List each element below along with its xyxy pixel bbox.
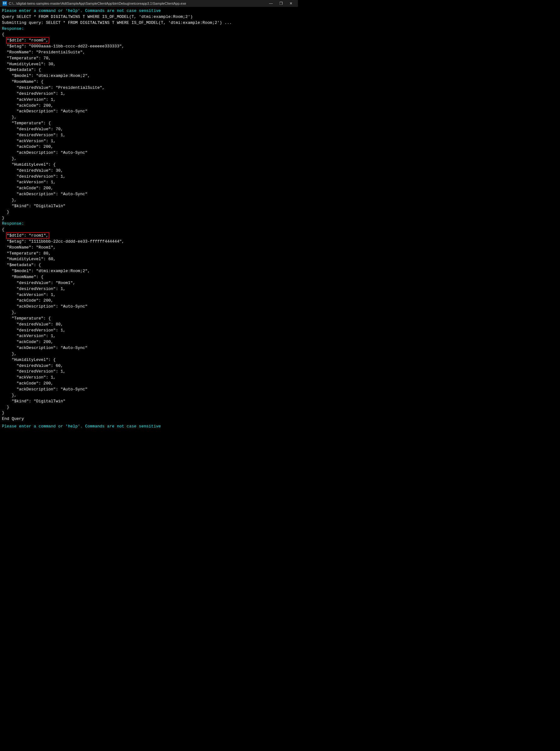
response2-label: Response: — [2, 221, 296, 227]
response1-label: Response: — [2, 26, 296, 32]
r2-hum-open: "HumidityLevel": { — [2, 357, 296, 363]
r1-rn-ackver: "ackVersion": 1, — [2, 97, 296, 103]
window-frame: C# C:\...\digital-twins-samples-master\A… — [0, 0, 298, 430]
r1-rn-open: "RoomName": { — [2, 79, 296, 85]
r1-temp-ackcode: "ackCode": 200, — [2, 144, 296, 150]
submitting-line: Submitting query: SELECT * FROM DIGITALT… — [2, 20, 296, 26]
r1-dtid: "$dtId": "room0", — [2, 38, 296, 44]
r1-temp-dver: "desiredVersion": 1, — [2, 132, 296, 138]
r2-temp-ackver: "ackVersion": 1, — [2, 333, 296, 339]
r2-metadata-close: } — [2, 405, 296, 410]
r1-kind: "$kind": "DigitalTwin" — [2, 204, 296, 209]
r1-temp-open: "Temperature": { — [2, 120, 296, 127]
r2-hum-close: }, — [2, 392, 296, 399]
title-bar: C# C:\...\digital-twins-samples-master\A… — [0, 0, 298, 7]
r1-rn-dver: "desiredVersion": 1, — [2, 91, 296, 97]
r2-temp-dv: "desiredValue": 80, — [2, 322, 296, 328]
r1-open-brace: { — [2, 32, 296, 38]
response2-block: { "$dtId": "room1", "$etag": "1111bbbb-2… — [2, 227, 296, 416]
title-bar-controls: — ❐ ✕ — [266, 1, 295, 6]
r1-close-brace: } — [2, 215, 296, 221]
r1-humidity: "HumidityLevel": 30, — [2, 61, 296, 68]
r2-dtid-highlight: "$dtId": "room1", — [7, 233, 48, 238]
r2-rn-ackcode: "ackCode": 200, — [2, 298, 296, 304]
r2-rn-open: "RoomName": { — [2, 274, 296, 280]
r2-rn-ackver: "ackVersion": 1, — [2, 292, 296, 298]
app-icon: C# — [2, 1, 7, 6]
r2-kind: "$kind": "DigitalTwin" — [2, 399, 296, 405]
r1-rn-close: }, — [2, 115, 296, 120]
r1-metadata-close: } — [2, 209, 296, 215]
r2-rn-close: }, — [2, 310, 296, 316]
r1-hum-close: }, — [2, 197, 296, 204]
r2-rn-dv: "desiredValue": "Room1", — [2, 280, 296, 286]
r2-hum-ackdesc: "ackDescription": "Auto-Sync" — [2, 387, 296, 392]
r2-temp-ackdesc: "ackDescription": "Auto-Sync" — [2, 345, 296, 351]
r2-hum-dver: "desiredVersion": 1, — [2, 369, 296, 375]
r2-close-brace: } — [2, 410, 296, 416]
r2-humidity: "HumidityLevel": 60, — [2, 256, 296, 262]
r2-dtid: "$dtId": "room1", — [2, 233, 296, 239]
title-bar-left: C# C:\...\digital-twins-samples-master\A… — [2, 1, 186, 6]
bottom-bar: Please enter a command or 'help'. Comman… — [0, 423, 298, 430]
r1-temp-dv: "desiredValue": 70, — [2, 127, 296, 132]
r1-hum-ackcode: "ackCode": 200, — [2, 186, 296, 191]
title-bar-path: C:\...\digital-twins-samples-master\AdtS… — [9, 2, 186, 5]
r1-hum-ackdesc: "ackDescription": "Auto-Sync" — [2, 191, 296, 197]
r2-etag: "$etag": "1111bbbb-22cc-dddd-ee33-ffffff… — [2, 239, 296, 245]
r1-rn-ackdesc: "ackDescription": "Auto-Sync" — [2, 109, 296, 115]
r2-hum-ackcode: "ackCode": 200, — [2, 381, 296, 387]
bottom-prompt-line: Please enter a command or 'help'. Comman… — [2, 424, 296, 429]
r2-temperature: "Temperature": 80, — [2, 251, 296, 257]
r1-rn-ackcode: "ackCode": 200, — [2, 103, 296, 109]
r1-hum-dv: "desiredValue": 30, — [2, 168, 296, 174]
r1-hum-ackver: "ackVersion": 1, — [2, 179, 296, 186]
r1-metadata-open: "$metadata": { — [2, 67, 296, 73]
query-line: Query SELECT * FROM DIGITALTWINS T WHERE… — [2, 14, 296, 20]
r1-hum-dver: "desiredVersion": 1, — [2, 174, 296, 180]
r1-temp-close: }, — [2, 156, 296, 162]
r2-hum-ackver: "ackVersion": 1, — [2, 375, 296, 381]
restore-button[interactable]: ❐ — [277, 1, 285, 6]
r2-open-brace: { — [2, 227, 296, 233]
r1-roomname: "RoomName": "PresidentialSuite", — [2, 50, 296, 56]
r2-rn-ackdesc: "ackDescription": "Auto-Sync" — [2, 304, 296, 310]
minimize-button[interactable]: — — [266, 1, 275, 6]
r2-temp-ackcode: "ackCode": 200, — [2, 339, 296, 345]
r2-hum-dv: "desiredValue": 60, — [2, 363, 296, 369]
response1-block: { "$dtId": "room0", "$etag": "0000aaaa-1… — [2, 32, 296, 221]
r1-temperature: "Temperature": 70, — [2, 56, 296, 61]
r1-hum-open: "HumidityLevel": { — [2, 162, 296, 168]
r1-temp-ackdesc: "ackDescription": "Auto-Sync" — [2, 150, 296, 156]
end-query-line: End Query — [2, 416, 296, 422]
r2-metadata-open: "$metadata": { — [2, 262, 296, 268]
r1-model: "$model": "dtmi:example:Room;2", — [2, 73, 296, 79]
r2-model: "$model": "dtmi:example:Room;2", — [2, 268, 296, 274]
r2-roomname: "RoomName": "Room1", — [2, 245, 296, 251]
top-prompt-line: Please enter a command or 'help'. Comman… — [2, 8, 296, 14]
r2-rn-dver: "desiredVersion": 1, — [2, 286, 296, 292]
close-button[interactable]: ✕ — [286, 1, 295, 6]
r2-temp-open: "Temperature": { — [2, 316, 296, 322]
r1-temp-ackver: "ackVersion": 1, — [2, 138, 296, 145]
r2-temp-dver: "desiredVersion": 1, — [2, 328, 296, 333]
console-output: Please enter a command or 'help'. Comman… — [0, 7, 298, 423]
r2-temp-close: }, — [2, 351, 296, 357]
r1-dtid-highlight: "$dtId": "room0", — [7, 38, 48, 43]
r1-etag: "$etag": "0000aaaa-11bb-cccc-dd22-eeeeee… — [2, 44, 296, 50]
r1-rn-dv: "desiredValue": "PresidentialSuite", — [2, 85, 296, 91]
